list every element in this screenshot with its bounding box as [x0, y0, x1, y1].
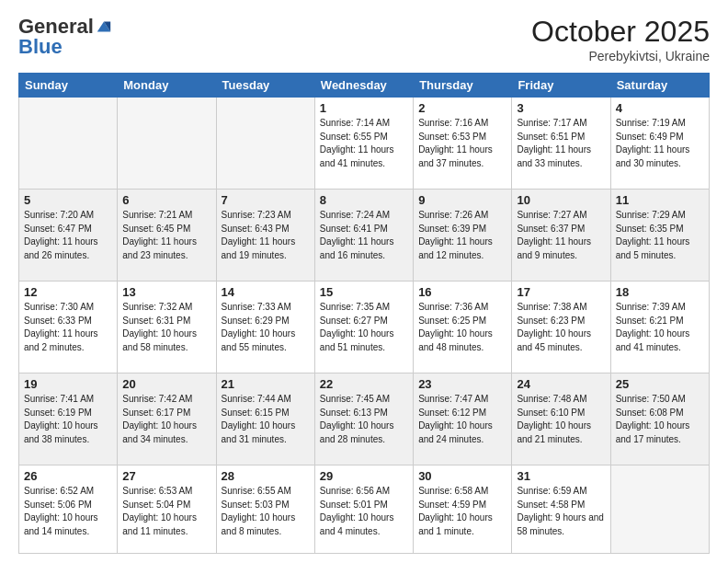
col-saturday: Saturday: [610, 74, 709, 98]
table-row: 15Sunrise: 7:35 AM Sunset: 6:27 PM Dayli…: [314, 282, 413, 373]
day-number: 28: [222, 469, 310, 483]
day-info: Sunrise: 7:19 AM Sunset: 6:49 PM Dayligh…: [616, 117, 704, 170]
day-number: 15: [320, 285, 408, 299]
table-row: 5Sunrise: 7:20 AM Sunset: 6:47 PM Daylig…: [19, 190, 118, 282]
table-row: 26Sunrise: 6:52 AM Sunset: 5:06 PM Dayli…: [19, 465, 118, 554]
table-row: 2Sunrise: 7:16 AM Sunset: 6:53 PM Daylig…: [414, 98, 512, 190]
day-info: Sunrise: 7:50 AM Sunset: 6:08 PM Dayligh…: [616, 393, 704, 446]
day-number: 29: [320, 469, 408, 483]
table-row: 22Sunrise: 7:45 AM Sunset: 6:13 PM Dayli…: [314, 373, 413, 465]
day-info: Sunrise: 7:29 AM Sunset: 6:35 PM Dayligh…: [616, 209, 704, 262]
day-number: 9: [418, 193, 506, 207]
table-row: 25Sunrise: 7:50 AM Sunset: 6:08 PM Dayli…: [610, 373, 709, 465]
day-info: Sunrise: 7:42 AM Sunset: 6:17 PM Dayligh…: [122, 393, 210, 446]
day-number: 27: [122, 469, 210, 483]
day-info: Sunrise: 7:16 AM Sunset: 6:53 PM Dayligh…: [418, 117, 506, 170]
day-info: Sunrise: 7:44 AM Sunset: 6:15 PM Dayligh…: [222, 393, 310, 446]
col-friday: Friday: [512, 74, 610, 98]
day-info: Sunrise: 7:35 AM Sunset: 6:27 PM Dayligh…: [320, 301, 408, 354]
table-row: 30Sunrise: 6:58 AM Sunset: 4:59 PM Dayli…: [414, 465, 512, 554]
table-row: 12Sunrise: 7:30 AM Sunset: 6:33 PM Dayli…: [19, 282, 118, 373]
day-info: Sunrise: 7:38 AM Sunset: 6:23 PM Dayligh…: [517, 301, 605, 354]
day-info: Sunrise: 7:27 AM Sunset: 6:37 PM Dayligh…: [517, 209, 605, 262]
table-row: 20Sunrise: 7:42 AM Sunset: 6:17 PM Dayli…: [118, 373, 216, 465]
day-info: Sunrise: 7:17 AM Sunset: 6:51 PM Dayligh…: [517, 117, 605, 170]
day-info: Sunrise: 7:36 AM Sunset: 6:25 PM Dayligh…: [418, 301, 506, 354]
day-info: Sunrise: 6:59 AM Sunset: 4:58 PM Dayligh…: [517, 485, 605, 538]
day-number: 30: [418, 469, 506, 483]
day-info: Sunrise: 6:52 AM Sunset: 5:06 PM Dayligh…: [24, 485, 112, 538]
logo-icon: [96, 18, 112, 35]
day-info: Sunrise: 7:32 AM Sunset: 6:31 PM Dayligh…: [122, 301, 210, 354]
day-number: 11: [616, 193, 704, 207]
table-row: [118, 98, 216, 190]
table-row: [610, 465, 709, 554]
table-row: [216, 98, 314, 190]
day-number: 14: [222, 285, 310, 299]
day-number: 24: [517, 377, 605, 391]
calendar-table: Sunday Monday Tuesday Wednesday Thursday…: [18, 73, 710, 554]
day-info: Sunrise: 7:21 AM Sunset: 6:45 PM Dayligh…: [122, 209, 210, 262]
table-row: 31Sunrise: 6:59 AM Sunset: 4:58 PM Dayli…: [512, 465, 610, 554]
col-monday: Monday: [118, 74, 216, 98]
table-row: 8Sunrise: 7:24 AM Sunset: 6:41 PM Daylig…: [314, 190, 413, 282]
table-row: 11Sunrise: 7:29 AM Sunset: 6:35 PM Dayli…: [610, 190, 709, 282]
day-info: Sunrise: 7:23 AM Sunset: 6:43 PM Dayligh…: [222, 209, 310, 262]
table-row: 27Sunrise: 6:53 AM Sunset: 5:04 PM Dayli…: [118, 465, 216, 554]
table-row: 4Sunrise: 7:19 AM Sunset: 6:49 PM Daylig…: [610, 98, 709, 190]
day-number: 10: [517, 193, 605, 207]
day-info: Sunrise: 7:48 AM Sunset: 6:10 PM Dayligh…: [517, 393, 605, 446]
day-number: 22: [320, 377, 408, 391]
table-row: 10Sunrise: 7:27 AM Sunset: 6:37 PM Dayli…: [512, 190, 610, 282]
table-row: 14Sunrise: 7:33 AM Sunset: 6:29 PM Dayli…: [216, 282, 314, 373]
calendar-week-row: 19Sunrise: 7:41 AM Sunset: 6:19 PM Dayli…: [19, 373, 710, 465]
day-number: 31: [517, 469, 605, 483]
col-thursday: Thursday: [414, 74, 512, 98]
page: General Blue October 2025 Perebykivtsi, …: [0, 0, 728, 563]
col-wednesday: Wednesday: [314, 74, 413, 98]
day-number: 21: [222, 377, 310, 391]
day-number: 26: [24, 469, 112, 483]
calendar-week-row: 5Sunrise: 7:20 AM Sunset: 6:47 PM Daylig…: [19, 190, 710, 282]
day-info: Sunrise: 6:55 AM Sunset: 5:03 PM Dayligh…: [222, 485, 310, 538]
day-info: Sunrise: 7:26 AM Sunset: 6:39 PM Dayligh…: [418, 209, 506, 262]
table-row: 6Sunrise: 7:21 AM Sunset: 6:45 PM Daylig…: [118, 190, 216, 282]
table-row: 3Sunrise: 7:17 AM Sunset: 6:51 PM Daylig…: [512, 98, 610, 190]
table-row: 1Sunrise: 7:14 AM Sunset: 6:55 PM Daylig…: [314, 98, 413, 190]
day-info: Sunrise: 7:20 AM Sunset: 6:47 PM Dayligh…: [24, 209, 112, 262]
day-number: 13: [122, 285, 210, 299]
calendar-week-row: 26Sunrise: 6:52 AM Sunset: 5:06 PM Dayli…: [19, 465, 710, 554]
calendar-week-row: 1Sunrise: 7:14 AM Sunset: 6:55 PM Daylig…: [19, 98, 710, 190]
day-number: 17: [517, 285, 605, 299]
table-row: 21Sunrise: 7:44 AM Sunset: 6:15 PM Dayli…: [216, 373, 314, 465]
day-info: Sunrise: 6:58 AM Sunset: 4:59 PM Dayligh…: [418, 485, 506, 538]
day-number: 3: [517, 101, 605, 115]
table-row: 28Sunrise: 6:55 AM Sunset: 5:03 PM Dayli…: [216, 465, 314, 554]
day-info: Sunrise: 6:56 AM Sunset: 5:01 PM Dayligh…: [320, 485, 408, 538]
day-number: 4: [616, 101, 704, 115]
day-info: Sunrise: 7:39 AM Sunset: 6:21 PM Dayligh…: [616, 301, 704, 354]
header: General Blue October 2025 Perebykivtsi, …: [18, 15, 710, 63]
table-row: 19Sunrise: 7:41 AM Sunset: 6:19 PM Dayli…: [19, 373, 118, 465]
day-number: 16: [418, 285, 506, 299]
day-info: Sunrise: 6:53 AM Sunset: 5:04 PM Dayligh…: [122, 485, 210, 538]
table-row: [19, 98, 118, 190]
subtitle: Perebykivtsi, Ukraine: [531, 49, 710, 63]
logo: General Blue: [18, 15, 112, 59]
day-info: Sunrise: 7:14 AM Sunset: 6:55 PM Dayligh…: [320, 117, 408, 170]
day-number: 6: [122, 193, 210, 207]
day-number: 19: [24, 377, 112, 391]
day-info: Sunrise: 7:33 AM Sunset: 6:29 PM Dayligh…: [222, 301, 310, 354]
day-number: 25: [616, 377, 704, 391]
day-number: 8: [320, 193, 408, 207]
day-info: Sunrise: 7:41 AM Sunset: 6:19 PM Dayligh…: [24, 393, 112, 446]
table-row: 7Sunrise: 7:23 AM Sunset: 6:43 PM Daylig…: [216, 190, 314, 282]
day-number: 5: [24, 193, 112, 207]
day-info: Sunrise: 7:45 AM Sunset: 6:13 PM Dayligh…: [320, 393, 408, 446]
table-row: 9Sunrise: 7:26 AM Sunset: 6:39 PM Daylig…: [414, 190, 512, 282]
title-block: October 2025 Perebykivtsi, Ukraine: [531, 15, 710, 63]
day-number: 20: [122, 377, 210, 391]
day-info: Sunrise: 7:47 AM Sunset: 6:12 PM Dayligh…: [418, 393, 506, 446]
calendar-header-row: Sunday Monday Tuesday Wednesday Thursday…: [19, 74, 710, 98]
day-info: Sunrise: 7:24 AM Sunset: 6:41 PM Dayligh…: [320, 209, 408, 262]
